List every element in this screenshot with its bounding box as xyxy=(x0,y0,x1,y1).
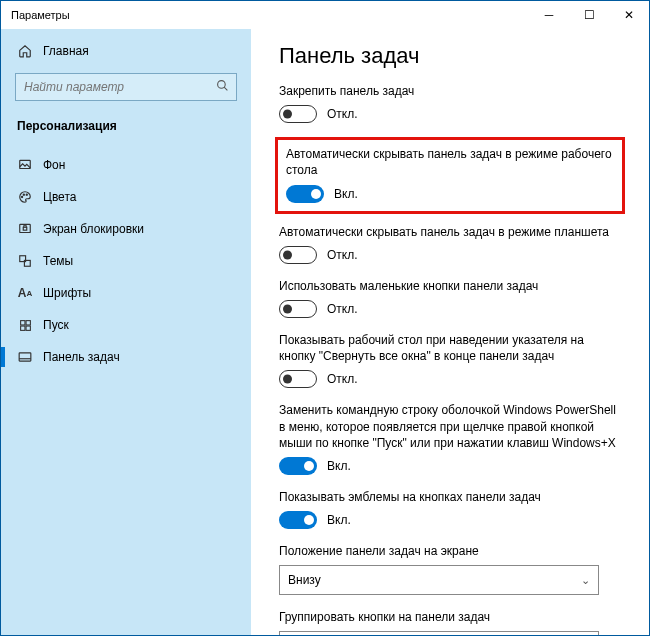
setting-label: Закрепить панель задач xyxy=(279,83,621,99)
setting-label: Показывать рабочий стол при наведении ук… xyxy=(279,332,621,364)
titlebar: Параметры ─ ☐ ✕ xyxy=(1,1,649,29)
svg-rect-12 xyxy=(20,326,24,330)
sidebar-item-lockscreen[interactable]: Экран блокировки xyxy=(1,213,251,245)
sidebar-item-label: Пуск xyxy=(43,318,69,332)
svg-rect-14 xyxy=(19,353,31,361)
dropdown-combine-buttons[interactable]: Всегда, скрывать метки ⌄ xyxy=(279,631,599,635)
toggle-state: Откл. xyxy=(327,248,358,262)
dropdown-taskbar-position[interactable]: Внизу ⌄ xyxy=(279,565,599,595)
toggle-badges[interactable] xyxy=(279,511,317,529)
setting-label: Автоматически скрывать панель задач в ре… xyxy=(279,224,621,240)
highlight-annotation: Автоматически скрывать панель задач в ре… xyxy=(275,137,625,213)
maximize-button[interactable]: ☐ xyxy=(569,1,609,29)
settings-window: Параметры ─ ☐ ✕ Главная Персонализация xyxy=(0,0,650,636)
setting-label: Заменить командную строку оболочкой Wind… xyxy=(279,402,621,451)
lock-icon xyxy=(17,221,33,237)
setting-powershell: Заменить командную строку оболочкой Wind… xyxy=(279,402,621,475)
setting-autohide-tablet: Автоматически скрывать панель задач в ре… xyxy=(279,224,621,264)
close-button[interactable]: ✕ xyxy=(609,1,649,29)
setting-badges: Показывать эмблемы на кнопках панели зад… xyxy=(279,489,621,529)
setting-peek-desktop: Показывать рабочий стол при наведении ук… xyxy=(279,332,621,388)
sidebar-section-label: Персонализация xyxy=(1,113,251,143)
svg-point-5 xyxy=(26,194,27,195)
page-title: Панель задач xyxy=(279,43,621,69)
toggle-small-buttons[interactable] xyxy=(279,300,317,318)
toggle-state: Откл. xyxy=(327,372,358,386)
sidebar-item-fonts[interactable]: AA Шрифты xyxy=(1,277,251,309)
taskbar-icon xyxy=(17,349,33,365)
svg-point-4 xyxy=(23,194,24,195)
sidebar-item-label: Темы xyxy=(43,254,73,268)
sidebar-item-label: Фон xyxy=(43,158,65,172)
toggle-state: Откл. xyxy=(327,302,358,316)
search-input[interactable] xyxy=(15,73,237,101)
sidebar-item-taskbar[interactable]: Панель задач xyxy=(1,341,251,373)
setting-label: Использовать маленькие кнопки панели зад… xyxy=(279,278,621,294)
sidebar-home[interactable]: Главная xyxy=(1,35,251,67)
toggle-lock-taskbar[interactable] xyxy=(279,105,317,123)
start-icon xyxy=(17,317,33,333)
toggle-peek-desktop[interactable] xyxy=(279,370,317,388)
setting-label: Группировать кнопки на панели задач xyxy=(279,609,621,625)
setting-label: Положение панели задач на экране xyxy=(279,543,621,559)
home-icon xyxy=(17,43,33,59)
svg-point-0 xyxy=(218,81,226,89)
setting-autohide-desktop: Автоматически скрывать панель задач в ре… xyxy=(286,146,614,202)
svg-rect-6 xyxy=(20,224,31,232)
dropdown-value: Внизу xyxy=(288,573,321,587)
svg-rect-7 xyxy=(23,227,27,230)
setting-taskbar-position: Положение панели задач на экране Внизу ⌄ xyxy=(279,543,621,595)
toggle-state: Вкл. xyxy=(327,459,351,473)
sidebar-item-colors[interactable]: Цвета xyxy=(1,181,251,213)
setting-label: Показывать эмблемы на кнопках панели зад… xyxy=(279,489,621,505)
svg-rect-13 xyxy=(26,326,30,330)
setting-small-buttons: Использовать маленькие кнопки панели зад… xyxy=(279,278,621,318)
toggle-autohide-desktop[interactable] xyxy=(286,185,324,203)
sidebar-item-start[interactable]: Пуск xyxy=(1,309,251,341)
svg-point-3 xyxy=(22,196,23,197)
svg-rect-10 xyxy=(20,320,24,324)
search-icon xyxy=(216,79,229,95)
picture-icon xyxy=(17,157,33,173)
themes-icon xyxy=(17,253,33,269)
setting-label: Автоматически скрывать панель задач в ре… xyxy=(286,146,614,178)
minimize-button[interactable]: ─ xyxy=(529,1,569,29)
toggle-state: Откл. xyxy=(327,107,358,121)
sidebar-item-label: Панель задач xyxy=(43,350,120,364)
sidebar-item-label: Цвета xyxy=(43,190,76,204)
sidebar-item-background[interactable]: Фон xyxy=(1,149,251,181)
search-field[interactable] xyxy=(15,73,237,101)
chevron-down-icon: ⌄ xyxy=(581,574,590,587)
toggle-powershell[interactable] xyxy=(279,457,317,475)
content-area: Панель задач Закрепить панель задач Откл… xyxy=(251,29,649,635)
toggle-state: Вкл. xyxy=(327,513,351,527)
sidebar-home-label: Главная xyxy=(43,44,89,58)
fonts-icon: AA xyxy=(17,285,33,301)
toggle-state: Вкл. xyxy=(334,187,358,201)
svg-rect-11 xyxy=(26,320,30,324)
sidebar-item-label: Шрифты xyxy=(43,286,91,300)
palette-icon xyxy=(17,189,33,205)
setting-combine-buttons: Группировать кнопки на панели задач Всег… xyxy=(279,609,621,635)
svg-line-1 xyxy=(224,87,227,90)
sidebar: Главная Персонализация Фон Ц xyxy=(1,29,251,635)
setting-lock-taskbar: Закрепить панель задач Откл. xyxy=(279,83,621,123)
sidebar-item-label: Экран блокировки xyxy=(43,222,144,236)
window-title: Параметры xyxy=(11,9,70,21)
toggle-autohide-tablet[interactable] xyxy=(279,246,317,264)
sidebar-item-themes[interactable]: Темы xyxy=(1,245,251,277)
